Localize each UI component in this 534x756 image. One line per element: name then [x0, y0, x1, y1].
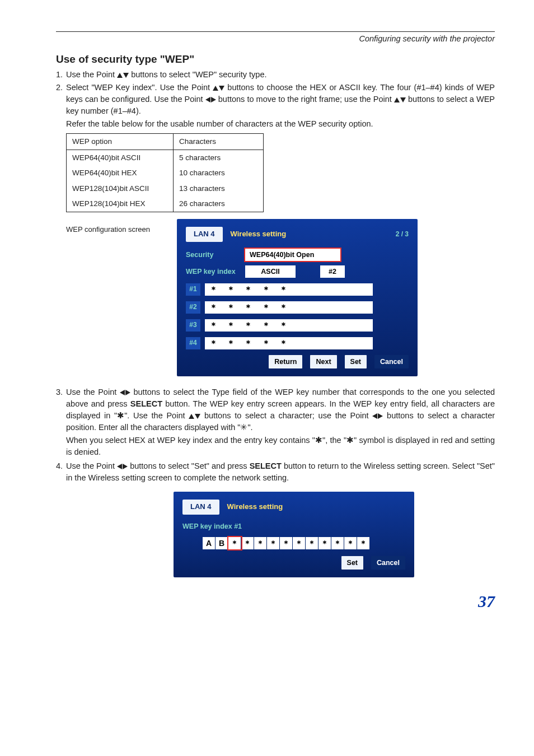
wep-entry-cell[interactable]: ＊	[357, 537, 369, 549]
osd-title: Wireless setting	[227, 502, 283, 512]
wep-key-tag-1: #1	[186, 283, 200, 296]
step-1-number: 1.	[56, 69, 66, 81]
up-icon	[189, 414, 194, 419]
page-number: 37	[56, 592, 495, 611]
osd-page-indicator: 2 / 3	[396, 230, 409, 239]
up-icon	[117, 73, 123, 78]
osd-tab-lan4[interactable]: LAN 4	[182, 500, 219, 515]
wep-table-cell: 26 characters	[174, 196, 264, 212]
osd-keyindex-num[interactable]: #2	[320, 265, 345, 278]
wep-key-field-3[interactable]: ＊ ＊ ＊ ＊ ＊	[205, 319, 373, 332]
wep-entry-cell[interactable]: ＊	[267, 537, 280, 549]
wep-table-h1: WEP option	[67, 134, 174, 150]
step-3-number: 3.	[56, 386, 66, 433]
wep-entry-cell[interactable]: ＊	[293, 537, 306, 549]
select-keyword: SELECT	[250, 461, 282, 470]
cancel-button[interactable]: Cancel	[374, 355, 409, 368]
wep-key-field-4[interactable]: ＊ ＊ ＊ ＊ ＊	[205, 337, 373, 349]
wep-entry-cell[interactable]: ＊	[254, 537, 267, 549]
osd-keyindex-label: WEP key index #1	[182, 521, 405, 531]
wep-table-cell: WEP128(104)bit ASCII	[67, 181, 174, 197]
wep-options-table: WEP option Characters WEP64(40)bit ASCII…	[66, 133, 264, 212]
wep-entry-cell[interactable]: ＊	[228, 537, 241, 549]
down-icon	[219, 86, 224, 91]
step-2-text-a: Select "WEP Key index". Use the Point	[66, 83, 210, 92]
page-title: Use of security type "WEP"	[56, 53, 495, 66]
set-button[interactable]: Set	[345, 355, 367, 368]
osd-tab-lan4[interactable]: LAN 4	[186, 227, 223, 242]
return-button[interactable]: Return	[269, 355, 302, 368]
wep-config-caption: WEP configuration screen	[66, 225, 167, 235]
right-icon	[125, 390, 130, 395]
wep-entry-cell[interactable]: B	[216, 537, 228, 549]
osd-security-value[interactable]: WEP64(40)bit Open	[245, 249, 340, 261]
right-icon	[211, 97, 216, 102]
left-icon	[205, 97, 210, 102]
cancel-button[interactable]: Cancel	[371, 556, 405, 570]
step-4-text-a: Use the Point	[66, 461, 117, 470]
step-3-text-a: Use the Point	[66, 388, 120, 396]
wep-table-cell: 10 characters	[174, 165, 264, 181]
left-icon	[372, 413, 377, 419]
down-icon	[123, 73, 129, 78]
osd-keyindex-label: WEP key index	[186, 267, 240, 277]
wep-key-tag-2: #2	[186, 301, 200, 314]
wep-table-cell: 13 characters	[174, 181, 264, 197]
osd-title: Wireless setting	[231, 229, 287, 240]
step-4-number: 4.	[56, 460, 66, 484]
right-icon	[123, 464, 128, 469]
step-3-text-d: buttons to select a character; use the P…	[204, 411, 372, 420]
wep-entry-cell[interactable]: ＊	[241, 537, 254, 549]
step-1-text-b: buttons to select "WEP" security type.	[131, 70, 266, 79]
left-icon	[117, 464, 122, 469]
wep-key-field-1[interactable]: ＊ ＊ ＊ ＊ ＊	[205, 283, 373, 296]
select-keyword: SELECT	[130, 399, 162, 408]
step-2-number: 2.	[56, 82, 66, 117]
wep-key-field-2[interactable]: ＊ ＊ ＊ ＊ ＊	[205, 301, 373, 314]
down-icon	[195, 414, 200, 419]
step-4-text-b: buttons to select "Set" and press	[130, 461, 249, 470]
wep-entry-screen: LAN 4 Wireless setting WEP key index #1 …	[174, 492, 414, 577]
step-3: 3. Use the Point buttons to select the T…	[56, 386, 495, 433]
wep-table-cell: 5 characters	[174, 150, 264, 165]
step-1-text-a: Use the Point	[66, 70, 115, 79]
right-icon	[378, 413, 383, 419]
wep-entry-row[interactable]: AB＊＊＊＊＊＊＊＊＊＊＊	[203, 537, 405, 549]
up-icon	[394, 97, 400, 102]
set-button[interactable]: Set	[341, 556, 363, 570]
up-icon	[213, 86, 218, 91]
down-icon	[400, 97, 406, 102]
step-2-note: Refer the table below for the usable num…	[66, 119, 373, 128]
wep-key-tag-4: #4	[186, 337, 200, 349]
wep-entry-cell[interactable]: A	[203, 537, 216, 549]
wep-table-cell: WEP64(40)bit HEX	[67, 165, 174, 181]
wep-entry-cell[interactable]: ＊	[280, 537, 293, 549]
osd-security-label: Security	[186, 250, 240, 260]
wep-entry-cell[interactable]: ＊	[306, 537, 318, 549]
wep-entry-cell[interactable]: ＊	[344, 537, 357, 549]
wep-table-cell: WEP128(104)bit HEX	[67, 196, 174, 212]
step-3-note: When you select HEX at WEP key index and…	[66, 436, 495, 456]
wep-entry-cell[interactable]: ＊	[331, 537, 344, 549]
wep-config-screen: LAN 4 Wireless setting 2 / 3 Security WE…	[177, 219, 418, 376]
step-1: 1. Use the Point buttons to select "WEP"…	[56, 69, 495, 81]
wep-key-row: #4 ＊ ＊ ＊ ＊ ＊	[186, 337, 409, 349]
step-2: 2. Select "WEP Key index". Use the Point…	[56, 82, 495, 117]
left-icon	[120, 390, 125, 395]
wep-entry-cell[interactable]: ＊	[318, 537, 331, 549]
osd-keyindex-mode[interactable]: ASCII	[245, 265, 296, 278]
step-4: 4. Use the Point buttons to select "Set"…	[56, 460, 495, 484]
wep-key-row: #1 ＊ ＊ ＊ ＊ ＊	[186, 283, 409, 296]
wep-key-row: #2 ＊ ＊ ＊ ＊ ＊	[186, 301, 409, 314]
wep-key-row: #3 ＊ ＊ ＊ ＊ ＊	[186, 319, 409, 332]
wep-table-h2: Characters	[174, 134, 264, 150]
next-button[interactable]: Next	[310, 355, 336, 368]
wep-key-tag-3: #3	[186, 319, 200, 332]
step-2-text-c: buttons to move to the right frame; use …	[218, 95, 394, 104]
wep-table-cell: WEP64(40)bit ASCII	[67, 150, 174, 165]
header-section-path: Configuring security with the projector	[56, 34, 495, 43]
